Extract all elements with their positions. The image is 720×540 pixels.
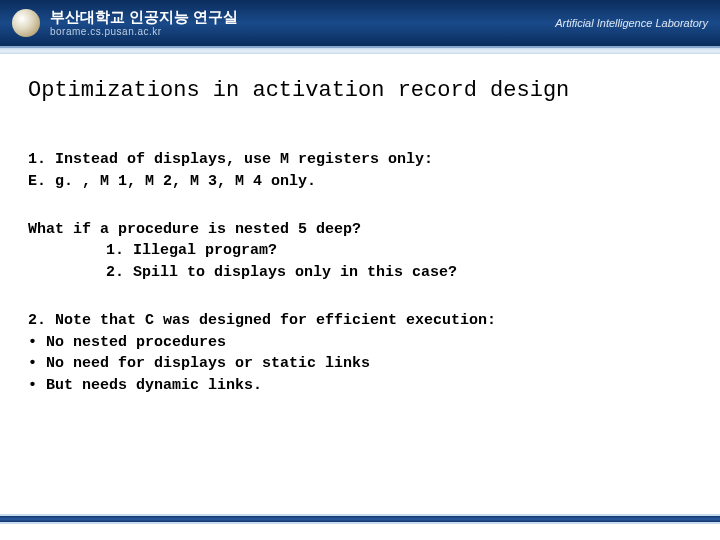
text-line: 1. Instead of displays, use M registers … xyxy=(28,149,692,171)
slide-title: Optimizations in activation record desig… xyxy=(28,78,692,103)
header-korean-title: 부산대학교 인공지능 연구실 xyxy=(50,9,238,26)
footer-bar xyxy=(0,514,720,524)
university-logo-icon xyxy=(12,9,40,37)
slide-content: Optimizations in activation record desig… xyxy=(0,48,720,397)
text-line: What if a procedure is nested 5 deep? xyxy=(28,219,692,241)
lab-name: Artificial Intelligence Laboratory xyxy=(555,17,708,29)
header-subtitle: borame.cs.pusan.ac.kr xyxy=(50,26,238,37)
header-stripe xyxy=(0,48,720,54)
text-line: 2. Spill to displays only in this case? xyxy=(28,262,692,284)
header-bar: 부산대학교 인공지능 연구실 borame.cs.pusan.ac.kr Art… xyxy=(0,0,720,48)
text-line: 1. Illegal program? xyxy=(28,240,692,262)
text-line: E. g. , M 1, M 2, M 3, M 4 only. xyxy=(28,171,692,193)
text-line: • No need for displays or static links xyxy=(28,353,692,375)
text-line: • No nested procedures xyxy=(28,332,692,354)
text-line: 2. Note that C was designed for efficien… xyxy=(28,310,692,332)
text-line: • But needs dynamic links. xyxy=(28,375,692,397)
header-titles: 부산대학교 인공지능 연구실 borame.cs.pusan.ac.kr xyxy=(50,9,238,37)
section-1: 1. Instead of displays, use M registers … xyxy=(28,149,692,193)
section-2: What if a procedure is nested 5 deep? 1.… xyxy=(28,219,692,284)
section-3: 2. Note that C was designed for efficien… xyxy=(28,310,692,397)
